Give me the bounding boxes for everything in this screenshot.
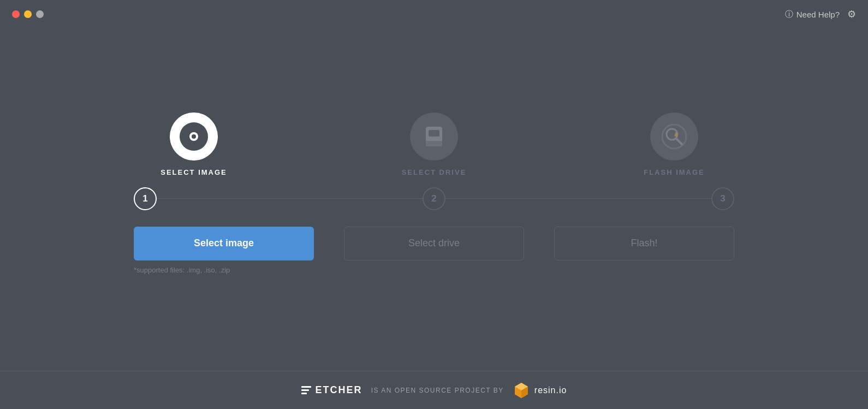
- buttons-row: Select image *supported files: .img, .is…: [134, 227, 734, 274]
- step-select-image-label: SELECT IMAGE: [160, 168, 227, 176]
- connector-line-2: [445, 198, 711, 199]
- flash-icon: [660, 122, 688, 151]
- select-image-icon-circle: [170, 112, 218, 161]
- step-flash-image-label: FLASH IMAGE: [644, 168, 705, 176]
- question-icon: ⓘ: [785, 9, 793, 20]
- supported-files-label: *supported files: .img, .iso, .zip: [134, 266, 314, 274]
- step-select-drive: SELECT DRIVE: [374, 112, 494, 176]
- step-number-2-wrapper: 2: [423, 187, 445, 210]
- progress-row: 1 2 3: [134, 187, 734, 210]
- step-number-3-wrapper: 3: [711, 187, 734, 210]
- resin-logo: resin.io: [513, 382, 567, 399]
- etcher-line-3: [301, 393, 307, 394]
- svg-rect-5: [426, 141, 442, 146]
- footer: ETCHER IS AN OPEN SOURCE PROJECT BY resi…: [0, 371, 868, 409]
- step-number-1-wrapper: 1: [134, 187, 157, 210]
- flash-image-icon-circle: [650, 112, 698, 161]
- etcher-name: ETCHER: [316, 384, 362, 396]
- resin-text: resin.io: [534, 386, 567, 395]
- minimize-button[interactable]: [24, 10, 32, 18]
- connector-line-1: [157, 198, 423, 199]
- step-select-drive-label: SELECT DRIVE: [402, 168, 467, 176]
- step-number-3: 3: [711, 187, 734, 210]
- help-button[interactable]: ⓘ Need Help?: [785, 9, 840, 20]
- flash-button[interactable]: Flash!: [554, 227, 734, 260]
- titlebar: ⓘ Need Help? ⚙: [0, 0, 868, 28]
- svg-rect-6: [429, 130, 439, 137]
- drive-icon: [420, 122, 448, 151]
- step-number-1: 1: [134, 187, 157, 210]
- settings-button[interactable]: ⚙: [847, 8, 856, 20]
- steps-container: SELECT IMAGE SELECT DRIVE: [134, 112, 734, 176]
- resin-cube-icon: [513, 382, 530, 399]
- etcher-line-2: [301, 389, 309, 391]
- gear-icon: ⚙: [847, 9, 856, 20]
- titlebar-right: ⓘ Need Help? ⚙: [785, 8, 856, 20]
- main-content: SELECT IMAGE SELECT DRIVE: [0, 28, 868, 371]
- etcher-lines-icon: [301, 386, 311, 394]
- help-label: Need Help?: [796, 10, 840, 19]
- maximize-button[interactable]: [36, 10, 44, 18]
- step-select-image: SELECT IMAGE: [134, 112, 254, 176]
- select-drive-icon-circle: [410, 112, 458, 161]
- step-flash-image: FLASH IMAGE: [614, 112, 734, 176]
- disc-icon: [180, 122, 208, 151]
- step-number-2: 2: [423, 187, 445, 210]
- open-source-text: IS AN OPEN SOURCE PROJECT BY: [371, 387, 504, 394]
- select-image-button[interactable]: Select image: [134, 227, 314, 260]
- svg-point-3: [192, 134, 196, 139]
- close-button[interactable]: [12, 10, 20, 18]
- traffic-lights: [12, 10, 44, 18]
- etcher-logo: ETCHER: [301, 384, 362, 396]
- etcher-line-1: [301, 386, 311, 388]
- select-drive-button[interactable]: Select drive: [344, 227, 524, 260]
- select-image-section: Select image *supported files: .img, .is…: [134, 227, 314, 274]
